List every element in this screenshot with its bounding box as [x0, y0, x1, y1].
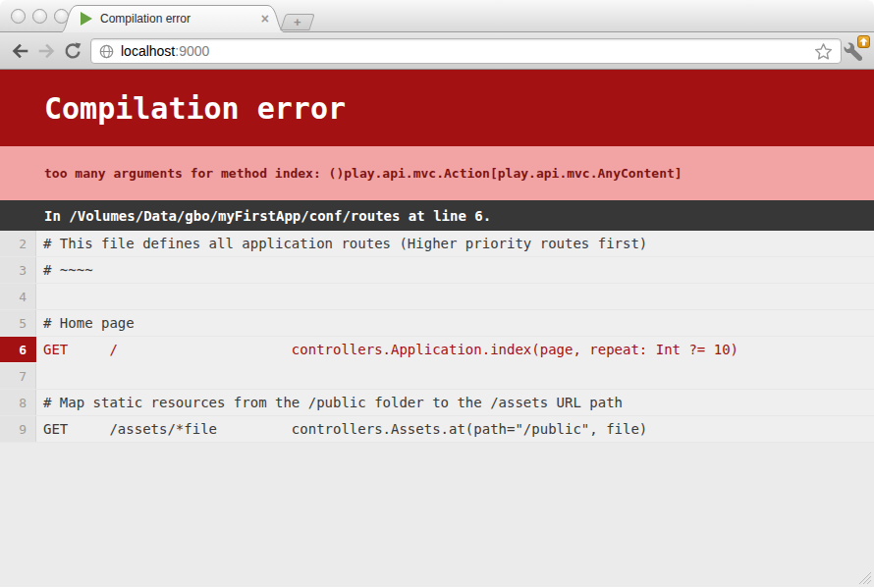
line-text: # This file defines all application rout… — [36, 231, 647, 256]
new-tab-button[interactable]: + — [280, 14, 315, 30]
line-text: GET / controllers.Application.index(page… — [36, 337, 738, 362]
code-line-row: 8 # Map static resources from the /publi… — [0, 390, 874, 416]
page-title: Compilation error — [44, 91, 346, 126]
code-line-row: 2 # This file defines all application ro… — [0, 231, 874, 257]
browser-toolbar: localhost:9000 — [0, 32, 874, 70]
code-line-row: 5 # Home page — [0, 310, 874, 337]
globe-icon — [99, 44, 114, 59]
play-framework-favicon — [81, 12, 92, 26]
resize-grip[interactable] — [858, 571, 872, 585]
error-location-bar: In /Volumes/Data/gbo/myFirstApp/conf/rou… — [0, 200, 874, 231]
code-line-row: 7 — [0, 363, 874, 390]
url-text: localhost:9000 — [121, 43, 814, 59]
reload-icon — [63, 41, 82, 61]
line-number: 6 — [0, 337, 36, 362]
forward-button[interactable] — [35, 39, 59, 63]
line-text — [36, 284, 43, 309]
up-arrow-icon — [859, 37, 868, 46]
tab-close-icon[interactable]: × — [259, 12, 271, 26]
line-text — [36, 363, 43, 389]
line-number: 2 — [0, 231, 36, 256]
line-text: # Home page — [36, 310, 135, 336]
url-host: localhost — [121, 43, 175, 59]
update-badge — [857, 35, 870, 48]
line-number: 5 — [0, 310, 36, 336]
plus-icon: + — [294, 16, 301, 28]
tab-title: Compilation error — [100, 12, 251, 26]
line-number: 9 — [0, 416, 36, 442]
url-port: :9000 — [175, 43, 209, 59]
line-text: # Map static resources from the /public … — [36, 390, 623, 415]
line-number: 8 — [0, 390, 36, 415]
code-line-row: 6 GET / controllers.Application.index(pa… — [0, 337, 874, 363]
forward-arrow-icon — [37, 42, 57, 60]
line-text: # ~~~~ — [36, 257, 93, 283]
minimize-window-button[interactable] — [32, 9, 47, 24]
line-number: 3 — [0, 257, 36, 283]
back-button[interactable] — [8, 39, 31, 63]
error-location: In /Volumes/Data/gbo/myFirstApp/conf/rou… — [44, 208, 491, 224]
reload-button[interactable] — [61, 39, 84, 63]
line-number: 7 — [0, 363, 36, 389]
browser-window: Compilation error × + — [0, 0, 874, 588]
page-content: Compilation error too many arguments for… — [0, 70, 874, 587]
address-bar[interactable]: localhost:9000 — [90, 38, 842, 64]
line-text: GET /assets/*file controllers.Assets.at(… — [36, 416, 647, 442]
back-arrow-icon — [10, 42, 29, 60]
error-message: too many arguments for method index: ()p… — [44, 166, 683, 181]
code-line-row: 3 # ~~~~ — [0, 257, 874, 284]
code-line-row: 9 GET /assets/*file controllers.Assets.a… — [0, 416, 874, 443]
line-number: 4 — [0, 284, 36, 309]
tab-compilation-error[interactable]: Compilation error × — [59, 3, 287, 33]
error-message-banner: too many arguments for method index: ()p… — [0, 146, 874, 200]
code-rows: 2 # This file defines all application ro… — [0, 231, 874, 443]
tab-strip: Compilation error × + — [0, 0, 874, 32]
wrench-menu-button[interactable] — [843, 37, 868, 65]
error-header: Compilation error — [0, 70, 874, 146]
code-line-row: 4 — [0, 284, 874, 310]
close-window-button[interactable] — [11, 9, 26, 24]
bookmark-star-icon[interactable] — [814, 42, 833, 61]
